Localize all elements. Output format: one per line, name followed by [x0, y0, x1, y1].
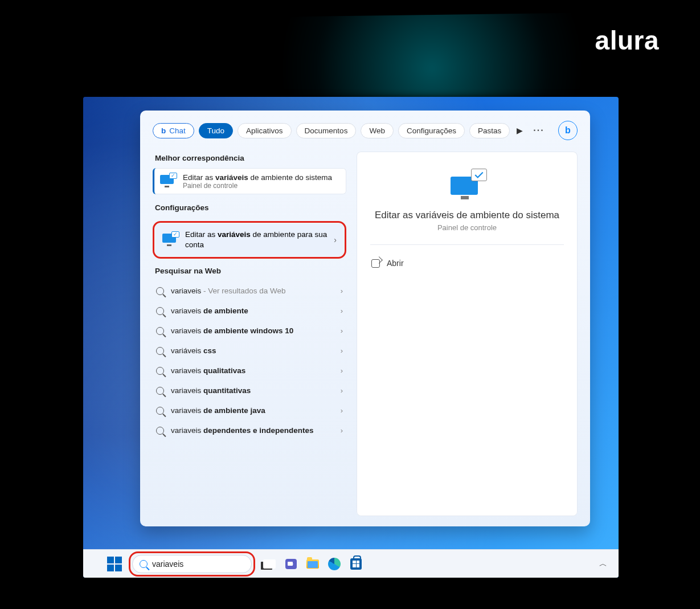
web-result-text: variaveis qualitativas: [171, 366, 245, 375]
open-external-icon: [371, 259, 380, 268]
pill-web[interactable]: Web: [361, 123, 394, 138]
search-icon: [156, 387, 164, 395]
web-result-text: variaveis - Ver resultados da Web: [171, 287, 286, 295]
ms-store-button[interactable]: [349, 557, 363, 571]
pill-configuracoes-label: Configurações: [407, 126, 456, 135]
file-explorer-button[interactable]: [305, 557, 320, 571]
bm-post: de ambiente do sistema: [248, 173, 332, 182]
annotation-highlight-search: [129, 551, 255, 577]
web-result-item[interactable]: variáveis css›: [153, 341, 346, 361]
web-result-item[interactable]: variaveis dependentes e independentes›: [153, 420, 346, 440]
bing-icon: b: [565, 125, 571, 136]
chat-button[interactable]: [284, 557, 298, 571]
pill-aplicativos[interactable]: Aplicativos: [238, 123, 292, 138]
si-pre: Editar as: [185, 230, 218, 239]
search-input[interactable]: [152, 559, 244, 569]
annotation-highlight: ✓ Editar as variáveis de ambiente para s…: [153, 221, 346, 259]
chevron-right-icon: ›: [341, 346, 343, 355]
more-filters-arrow-icon[interactable]: ▶: [517, 126, 523, 135]
search-icon: [156, 427, 164, 435]
detail-title: Editar as variáveis de ambiente do siste…: [370, 210, 564, 221]
pill-chat-label: Chat: [169, 126, 186, 135]
brand-label: alura: [595, 25, 659, 56]
divider: [370, 244, 564, 245]
search-icon: [156, 407, 164, 415]
pill-documentos-label: Documentos: [305, 126, 348, 135]
pill-configuracoes[interactable]: Configurações: [398, 123, 465, 138]
settings-result-item[interactable]: ✓ Editar as variáveis de ambiente para s…: [155, 224, 343, 256]
pill-tudo[interactable]: Tudo: [199, 123, 233, 138]
bing-glyph: b: [161, 126, 166, 135]
open-action[interactable]: Abrir: [370, 258, 564, 269]
web-result-item[interactable]: variaveis de ambiente windows 10›: [153, 321, 346, 341]
pill-aplicativos-label: Aplicativos: [246, 126, 283, 135]
chevron-right-icon: ›: [341, 386, 343, 395]
section-web: Pesquisar na Web: [155, 267, 346, 275]
overflow-menu-icon[interactable]: ···: [533, 125, 544, 136]
start-button[interactable]: [107, 557, 122, 571]
web-result-item[interactable]: variaveis de ambiente java›: [153, 400, 346, 420]
pill-pastas-label: Pastas: [478, 126, 501, 135]
bm-pre: Editar as: [183, 173, 215, 182]
web-results-list: variaveis - Ver resultados da Web›variav…: [153, 281, 346, 440]
taskbar-search[interactable]: [132, 555, 252, 573]
search-icon: [156, 287, 164, 295]
detail-sub: Painel de controle: [370, 223, 564, 232]
pill-tudo-label: Tudo: [207, 126, 224, 135]
system-settings-icon: ✓: [160, 173, 177, 190]
si-bold: variáveis: [218, 230, 251, 239]
chevron-right-icon: ›: [341, 366, 343, 375]
web-result-item[interactable]: variaveis de ambiente›: [153, 301, 346, 321]
section-best-match: Melhor correspondência: [155, 154, 346, 162]
chevron-right-icon: ›: [341, 326, 343, 335]
chevron-right-icon: ›: [334, 235, 337, 244]
chevron-right-icon: ›: [341, 406, 343, 415]
bm-bold: variáveis: [215, 173, 248, 182]
system-settings-icon: ✓: [162, 231, 179, 248]
section-settings: Configurações: [155, 203, 346, 212]
search-icon: [156, 347, 164, 355]
best-match-sub: Painel de controle: [183, 182, 332, 190]
web-result-text: variaveis de ambiente java: [171, 406, 265, 415]
web-result-item[interactable]: variaveis qualitativas›: [153, 361, 346, 381]
filter-pill-row: b Chat Tudo Aplicativos Documentos Web C…: [153, 121, 578, 140]
web-result-text: variáveis css: [171, 346, 216, 355]
pill-pastas[interactable]: Pastas: [469, 123, 510, 138]
search-icon: [140, 560, 148, 568]
chevron-right-icon: ›: [341, 306, 343, 315]
detail-pane: Editar as variáveis de ambiente do siste…: [357, 152, 578, 516]
edge-button[interactable]: [327, 557, 342, 571]
pill-documentos[interactable]: Documentos: [296, 123, 357, 138]
best-match-title: Editar as variáveis de ambiente do siste…: [183, 173, 332, 182]
search-icon: [156, 367, 164, 375]
search-icon: [156, 307, 164, 315]
windows-desktop: b Chat Tudo Aplicativos Documentos Web C…: [83, 97, 619, 578]
presentation-frame: alura b Chat Tudo Aplicativos Documentos…: [18, 11, 682, 588]
bing-chat-button[interactable]: b: [558, 121, 578, 140]
pill-web-label: Web: [369, 126, 385, 135]
start-search-panel: b Chat Tudo Aplicativos Documentos Web C…: [140, 111, 590, 526]
search-icon: [156, 327, 164, 335]
open-label: Abrir: [387, 259, 404, 268]
web-result-text: variaveis quantitativas: [171, 386, 251, 395]
task-view-button[interactable]: [262, 557, 277, 571]
best-match-item[interactable]: ✓ Editar as variáveis de ambiente do sis…: [153, 168, 346, 194]
web-result-text: variaveis de ambiente windows 10: [171, 326, 293, 335]
tray-overflow-icon[interactable]: ︿: [599, 559, 607, 569]
web-result-item[interactable]: variaveis quantitativas›: [153, 381, 346, 400]
detail-system-icon: [447, 169, 487, 201]
pill-chat[interactable]: b Chat: [153, 123, 194, 138]
web-result-text: variaveis dependentes e independentes: [171, 426, 314, 435]
chevron-right-icon: ›: [341, 426, 343, 435]
chevron-right-icon: ›: [341, 287, 343, 295]
taskbar: ︿: [83, 549, 619, 578]
web-result-text: variaveis de ambiente: [171, 306, 248, 315]
web-result-item[interactable]: variaveis - Ver resultados da Web›: [153, 281, 346, 301]
results-column: Melhor correspondência ✓ Editar as variá…: [153, 152, 346, 516]
